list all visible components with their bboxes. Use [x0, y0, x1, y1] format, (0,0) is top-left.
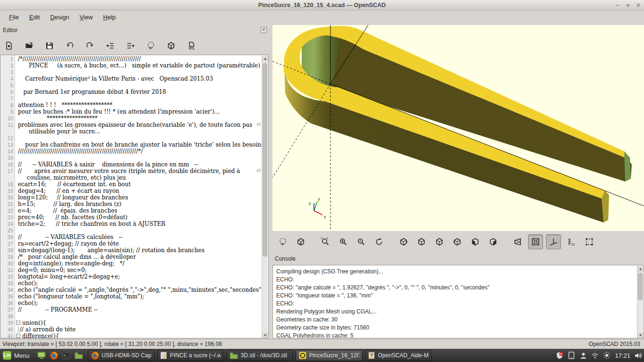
- menu-item-view[interactable]: View: [75, 12, 97, 23]
- code-line-36: 36echo();: [0, 300, 268, 306]
- pince-3d-model: z y x: [272, 25, 644, 231]
- show-scale-markers-button[interactable]: 10: [564, 234, 579, 249]
- indent-icon[interactable]: [124, 40, 137, 52]
- code-line-15: 15: [0, 155, 268, 161]
- text-editor-icon: [160, 352, 167, 359]
- show-axes-button[interactable]: [546, 234, 561, 249]
- editor-close-icon[interactable]: ✕: [261, 27, 267, 33]
- display-device-icon[interactable]: [568, 352, 575, 359]
- help-doc-icon: ?: [368, 352, 375, 359]
- mint-logo-icon: Lm: [3, 351, 11, 360]
- taskbar-window-button[interactable]: USB-HDMI-SD Capu...: [88, 350, 155, 361]
- view-bottom-button[interactable]: [432, 234, 447, 249]
- network-wifi-icon[interactable]: [591, 352, 599, 359]
- menu-item-design[interactable]: Design: [46, 12, 73, 23]
- taskbar-clock[interactable]: 17:21: [615, 352, 630, 359]
- editor-scrollbar[interactable]: ▲ ▼: [262, 56, 268, 338]
- code-line-41: 41−difference(){: [0, 333, 268, 338]
- menu-item-help[interactable]: Help: [99, 12, 120, 23]
- export-stl-icon[interactable]: STL: [185, 40, 198, 52]
- show-edges-button[interactable]: [582, 234, 597, 249]
- shield-update-icon[interactable]: [556, 352, 563, 359]
- show-desktop-launcher-icon[interactable]: [37, 352, 46, 359]
- render-button[interactable]: [293, 234, 308, 249]
- svg-text:»: »: [281, 241, 284, 247]
- brightness-icon[interactable]: [603, 352, 611, 359]
- code-line-1: 1/*/////////////////////////////////////…: [0, 56, 268, 62]
- taskbar-window-button[interactable]: PINCE a sucre (~/.wi...: [157, 350, 224, 361]
- openscad-window: PinceSucre_16_120_15_4.scad — OpenSCAD −…: [0, 0, 644, 362]
- code-line-13: 13 pour les chanfreins en bout de branch…: [0, 141, 268, 148]
- terminal-launcher-icon[interactable]: >_: [62, 352, 70, 359]
- system-tray: 17:21: [556, 349, 642, 362]
- zoom-all-button[interactable]: [318, 234, 333, 249]
- menu-item-edit[interactable]: Edit: [25, 12, 44, 23]
- console-line: Compiling design (CSG Tree generation)..…: [276, 268, 630, 276]
- folder-icon: [230, 352, 238, 359]
- svg-text:STL: STL: [189, 47, 195, 50]
- wrap-indicator-icon: ⏎: [256, 122, 261, 128]
- maximize-button[interactable]: +: [626, 1, 630, 9]
- view-back-button[interactable]: [486, 234, 501, 249]
- save-file-icon[interactable]: [43, 40, 56, 52]
- axis-indicator: z y x: [309, 197, 326, 219]
- user-applet-icon[interactable]: [579, 352, 587, 359]
- minimize-button[interactable]: −: [615, 1, 619, 9]
- view-right-button[interactable]: [396, 234, 411, 249]
- taskbar-window-button[interactable]: PinceSucre_16_120_...: [296, 350, 363, 361]
- file-manager-launcher-icon[interactable]: [74, 352, 83, 359]
- console-output[interactable]: Compiling design (CSG Tree generation)..…: [272, 265, 644, 338]
- code-editor[interactable]: 1/*/////////////////////////////////////…: [0, 55, 269, 338]
- fold-icon[interactable]: −: [16, 334, 20, 338]
- code-line-39: 39−union(){: [0, 320, 268, 326]
- render-icon[interactable]: [165, 40, 177, 52]
- console-scroll-up-icon[interactable]: ▲: [637, 266, 644, 272]
- view-top-button[interactable]: [414, 234, 429, 249]
- redo-icon[interactable]: [84, 40, 96, 52]
- console-scroll-down-icon[interactable]: ▼: [637, 332, 644, 338]
- view-left-button[interactable]: [450, 234, 465, 249]
- scroll-down-icon[interactable]: ▼: [262, 332, 268, 338]
- console-scroll-thumb[interactable]: [638, 273, 643, 300]
- code-line-11: 11problèmes avec les grosses épaisseur d…: [0, 122, 268, 128]
- reset-view-button[interactable]: [372, 234, 387, 249]
- code-line-2: 2 PINCE (à sucre, à buche, ect...) simpl…: [0, 62, 268, 69]
- title-bar[interactable]: PinceSucre_16_120_15_4.scad — OpenSCAD −…: [0, 0, 644, 10]
- taskbar-window-label: OpenSCAD_Aide-Me...: [378, 352, 429, 359]
- code-line-30: 30deg=int(angle); reste=angle-deg; */: [0, 260, 268, 267]
- console-scrollbar[interactable]: ▲ ▼: [637, 266, 643, 338]
- firefox-icon: [91, 352, 99, 360]
- menu-item-file[interactable]: File: [5, 12, 23, 23]
- taskbar-window-button[interactable]: 3D.stl - /dos/3D.stl: [226, 350, 293, 361]
- taskbar-window-label: PinceSucre_16_120_...: [309, 352, 359, 359]
- fold-icon[interactable]: −: [16, 321, 20, 325]
- zoom-in-button[interactable]: [336, 234, 351, 249]
- volume-icon[interactable]: [635, 352, 642, 359]
- mint-menu-button[interactable]: Lm Menu: [0, 349, 34, 362]
- console-line: Geometry cache size in bytes: 71560: [276, 324, 630, 332]
- close-button[interactable]: ×: [636, 1, 640, 9]
- firefox-launcher-icon[interactable]: [50, 352, 58, 360]
- view-front-button[interactable]: [468, 234, 483, 249]
- undo-icon[interactable]: [64, 40, 76, 52]
- taskbar: Lm Menu >_ USB-HDMI-SD Capu...PINCE a su…: [0, 349, 644, 362]
- window-title: PinceSucre_16_120_15_4.scad — OpenSCAD: [258, 2, 386, 8]
- code-line-16: 16// -- VARIABLES à saisir dimensions de…: [0, 161, 268, 168]
- taskbar-window-button[interactable]: ?OpenSCAD_Aide-Me...: [365, 350, 432, 361]
- new-file-icon[interactable]: [3, 40, 15, 52]
- code-line-12: 12: [0, 135, 268, 141]
- zoom-out-button[interactable]: [354, 234, 369, 249]
- 3d-viewport[interactable]: z y x: [272, 25, 644, 231]
- orthogonal-button[interactable]: [528, 234, 543, 249]
- console-line: Rendering Polygon Mesh using CGAL...: [276, 308, 630, 316]
- unindent-icon[interactable]: [104, 40, 116, 52]
- svg-text:10: 10: [571, 243, 575, 246]
- preview-button[interactable]: »: [275, 234, 290, 249]
- scroll-up-icon[interactable]: ▲: [262, 56, 268, 62]
- code-line-6: 6 par Bernard 1er programme début 4 févr…: [0, 89, 268, 95]
- preview-icon[interactable]: »: [145, 40, 157, 52]
- open-file-icon[interactable]: [23, 40, 35, 52]
- editor-scroll-thumb[interactable]: [263, 63, 267, 256]
- perspective-button[interactable]: [510, 234, 525, 249]
- editor-toolbar: »STL: [3, 38, 267, 54]
